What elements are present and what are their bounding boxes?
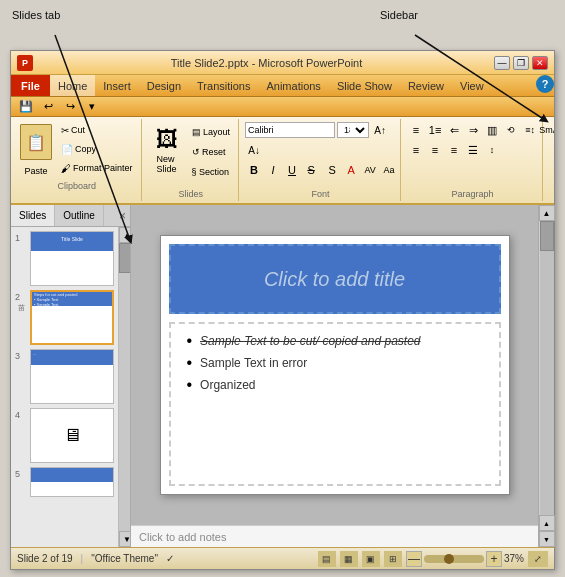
menu-review[interactable]: Review [400,75,452,96]
menu-slideshow[interactable]: Slide Show [329,75,400,96]
menu-home[interactable]: Home [50,75,95,96]
italic-button[interactable]: I [264,161,282,179]
align-right-button[interactable]: ≡ [445,141,463,159]
slide-title-area[interactable]: Click to add title [169,244,501,314]
slide-item-3[interactable]: 3 ··· [15,349,114,404]
vertical-scrollbar[interactable]: ▲ ▲ ▼ [538,205,554,547]
justify-button[interactable]: ☰ [464,141,482,159]
slide-number-3: 3 [15,349,27,361]
cut-button[interactable]: ✂ Cut [57,121,137,139]
bullet-item-3: • Organized [187,378,483,392]
font-size-select[interactable]: 18 [337,122,369,138]
strikethrough-button[interactable]: S [302,161,320,179]
menu-transitions[interactable]: Transitions [189,75,258,96]
line-spacing-button[interactable]: ↕ [483,141,501,159]
slide-thumb-3[interactable]: ··· [30,349,114,404]
menu-file[interactable]: File [11,75,50,96]
slide-item-2[interactable]: 2 苗 Steps for cut and pasted• Sample Tex… [15,290,114,345]
numbering-button[interactable]: 1≡ [426,121,444,139]
slide-thumb-5[interactable] [30,467,114,497]
qa-dropdown[interactable]: ▾ [83,99,101,115]
scrollbar-thumb[interactable] [119,243,130,273]
zoom-slider[interactable] [424,555,484,563]
bold-button[interactable]: B [245,161,263,179]
v-scroll-down[interactable]: ▼ [539,531,555,547]
menu-animations[interactable]: Animations [258,75,328,96]
annotation-slides-tab: Slides tab [12,9,60,21]
scrollbar-up[interactable]: ▲ [119,227,130,243]
restore-button[interactable]: ❐ [513,56,529,70]
slide-thumb-2[interactable]: Steps for cut and pasted• Sample Text• S… [30,290,114,345]
quick-access-toolbar: 💾 ↩ ↪ ▾ [11,97,554,117]
slide-sorter-button[interactable]: ▦ [340,551,358,567]
paste-button[interactable]: 📋 Paste [17,121,55,179]
zoom-out-button[interactable]: — [406,551,422,567]
menu-insert[interactable]: Insert [95,75,139,96]
format-painter-button[interactable]: 🖌 Format Painter [57,159,137,177]
columns-button[interactable]: ▥ [483,121,501,139]
font-name-input[interactable] [245,122,335,138]
main-window: P Title Slide2.pptx - Microsoft PowerPoi… [10,50,555,570]
paste-label: Paste [24,166,47,176]
help-button[interactable]: ? [536,75,554,93]
increase-font-button[interactable]: A↑ [371,121,389,139]
text-direction-button[interactable]: ⟲ [502,121,520,139]
change-case-button[interactable]: Aa [380,161,398,179]
align-text-button[interactable]: ≡↕ [521,121,539,139]
slideshow-view-button[interactable]: ⊞ [384,551,402,567]
slide-thumb-4[interactable]: 🖥 [30,408,114,463]
reading-view-button[interactable]: ▣ [362,551,380,567]
slide-thumb-1[interactable]: Title Slide [30,231,114,286]
drawing-button[interactable]: 🎨 Drawing [549,121,554,179]
align-left-button[interactable]: ≡ [407,141,425,159]
text-shadow-button[interactable]: S [323,161,341,179]
new-slide-button[interactable]: 🖼 NewSlide [148,121,186,179]
notes-area[interactable]: Click to add notes [131,525,538,547]
slide-scroll[interactable]: 1 Title Slide 2 苗 [11,227,118,547]
slide-content-area[interactable]: • Sample Text to be cut/ copied and past… [169,322,501,486]
slide-canvas[interactable]: Click to add title • Sample Text to be c… [160,235,510,495]
spell-check[interactable]: ✓ [166,553,174,564]
decrease-font-button[interactable]: A↓ [245,141,263,159]
bullet-item-2: • Sample Text in error [187,356,483,370]
slides-tab[interactable]: Slides [11,205,55,226]
slides-panel-scrollbar[interactable]: ▲ ▼ [118,227,130,547]
fit-window-button[interactable]: ⤢ [528,551,548,567]
outline-tab[interactable]: Outline [55,205,104,226]
v-scroll-track[interactable] [540,221,554,515]
section-button[interactable]: § Section [188,163,235,181]
bullets-button[interactable]: ≡ [407,121,425,139]
slide-item-5[interactable]: 5 [15,467,114,497]
v-scroll-down-up[interactable]: ▲ [539,515,555,531]
zoom-level: 37% [504,553,524,564]
close-button[interactable]: ✕ [532,56,548,70]
v-scroll-thumb[interactable] [540,221,554,251]
slide-item-1[interactable]: 1 Title Slide [15,231,114,286]
theme-name: "Office Theme" [91,553,158,564]
minimize-button[interactable]: — [494,56,510,70]
increase-indent-button[interactable]: ⇒ [464,121,482,139]
slide-item-4[interactable]: 4 🖥 [15,408,114,463]
reset-button[interactable]: ↺ Reset [188,143,235,161]
layout-button[interactable]: ▤ Layout [188,123,235,141]
save-button[interactable]: 💾 [17,99,35,115]
font-color-button[interactable]: A [342,161,360,179]
character-spacing-button[interactable]: AV [361,161,379,179]
scrollbar-track[interactable] [119,243,130,531]
scrollbar-down[interactable]: ▼ [119,531,130,547]
align-center-button[interactable]: ≡ [426,141,444,159]
normal-view-button[interactable]: ▤ [318,551,336,567]
window-title: Title Slide2.pptx - Microsoft PowerPoint [39,57,494,69]
redo-button[interactable]: ↪ [61,99,79,115]
menu-view[interactable]: View [452,75,492,96]
underline-button[interactable]: U [283,161,301,179]
decrease-indent-button[interactable]: ⇐ [445,121,463,139]
font-controls: 18 A↑ A↓ B I U S S A AV Aa [245,121,396,187]
v-scroll-up[interactable]: ▲ [539,205,555,221]
undo-button[interactable]: ↩ [39,99,57,115]
zoom-in-button[interactable]: + [486,551,502,567]
slides-panel-tabs: Slides Outline × [11,205,130,227]
menu-design[interactable]: Design [139,75,189,96]
close-panel-button[interactable]: × [115,205,130,226]
copy-button[interactable]: 📄 Copy [57,140,137,158]
